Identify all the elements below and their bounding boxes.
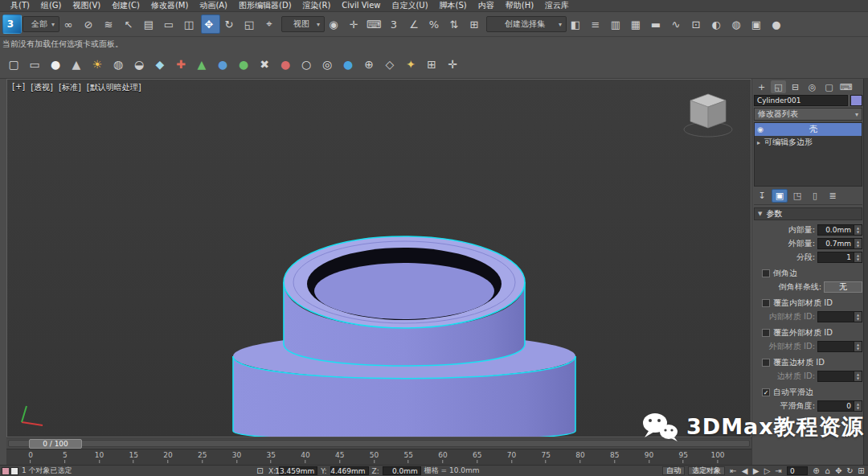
orbit-icon[interactable]: ↻ [845,466,855,476]
menu-item[interactable]: 创建(C) [106,0,145,11]
angle-snap-icon[interactable]: ∠ [406,14,425,34]
align-icon[interactable]: ≡ [588,14,607,34]
inner-mat-id-spinner[interactable]: ▲▼ [854,311,862,322]
outer-amount-spinner[interactable]: ▲▼ [854,238,862,249]
tab-modify[interactable]: ◱ [771,80,786,93]
star-icon[interactable]: ✦ [402,55,420,73]
modifier-list-dropdown[interactable]: 修改器列表 ▾ [754,108,862,121]
teapot-icon[interactable]: ◒ [130,55,148,73]
sun-icon[interactable]: ☀ [88,55,106,73]
percent-snap-icon[interactable]: % [426,14,445,34]
bevel-edges-checkbox[interactable] [762,269,770,277]
tab-utilities[interactable]: ⌨ [838,80,854,93]
select-by-name-icon[interactable]: ▤ [141,14,160,34]
time-slider-track[interactable]: 0 / 100 [6,437,751,449]
menu-item[interactable]: 具(T) [5,0,35,11]
select-and-link-icon[interactable]: ∞ [60,14,80,34]
hammer-icon[interactable]: ✚ [172,55,190,73]
sphere-green-icon[interactable]: ● [235,55,252,73]
override-inner-mat-checkbox[interactable] [762,299,770,307]
parameters-rollout-header[interactable]: ▼ 参数 [754,207,862,220]
menu-item[interactable]: 视图(V) [67,0,106,11]
target-icon[interactable]: ◎ [318,55,336,73]
selected-filter-dropdown[interactable]: 选定对象 [688,466,725,475]
visibility-eye-icon[interactable]: ◉ [757,125,764,133]
expand-arrow-icon[interactable]: ▸ [757,139,760,146]
edge-mat-id-spinner[interactable]: ▲▼ [854,371,862,382]
tab-hierarchy[interactable]: ⊟ [788,80,803,93]
plus-box-icon[interactable]: ⊞ [423,55,440,73]
menu-item[interactable]: 脚本(S) [434,0,473,11]
keyboard-override-icon[interactable]: ⌨ [366,14,385,34]
unlink-selection-icon[interactable]: ⊘ [80,14,100,34]
schematic-view-icon[interactable]: ⊡ [688,14,707,34]
segments-spinner[interactable]: ▲▼ [854,252,862,263]
inner-mat-id-field[interactable] [817,311,854,322]
layer-explorer-icon[interactable]: ▦ [628,14,647,34]
viewcube-widget[interactable] [682,89,735,139]
override-edge-mat-checkbox[interactable] [762,359,770,367]
maximize-viewport-icon[interactable]: ⊞ [856,466,866,476]
selection-filter-dropdown[interactable]: 全部 [23,16,59,32]
menu-item[interactable]: 组(G) [35,0,68,11]
go-to-start-icon[interactable]: ⇤ [728,466,739,476]
geosphere-icon[interactable]: ◍ [109,55,127,73]
maxscript-mini-listener[interactable] [2,467,18,475]
play-icon[interactable]: ▶ [751,466,761,476]
rendered-frame-icon[interactable]: ▣ [748,14,768,34]
tab-motion[interactable]: ◎ [805,80,820,93]
edge-mat-id-field[interactable] [817,371,854,382]
curve-editor-icon[interactable]: ∿ [668,14,687,34]
box-icon[interactable]: ▢ [5,55,23,73]
bind-to-spacewarp-icon[interactable]: ≋ [100,14,120,34]
selection-lock-icon[interactable]: ⊡ [255,466,265,476]
diamond-icon[interactable]: ◆ [151,55,169,73]
window-crossing-icon[interactable]: ◫ [181,14,200,34]
perspective-viewport[interactable]: [+][透视][标准][默认明暗处理] [6,79,751,437]
menu-item[interactable]: 内容 [473,0,500,11]
modifier-stack-item-editable-poly[interactable]: ▸ 可编辑多边形 [755,136,862,149]
rectangular-selection-icon[interactable]: ▭ [161,14,180,34]
auto-smooth-checkbox[interactable] [762,388,770,396]
menu-item[interactable]: 帮助(H) [500,0,539,11]
tree-icon[interactable]: ▲ [193,55,211,73]
zoom-extents-icon[interactable]: ⌂ [822,466,833,476]
cross-icon[interactable]: ✖ [256,55,273,73]
grid-sphere-icon[interactable]: ⊕ [360,55,378,73]
chamfer-icon[interactable]: ◇ [381,55,399,73]
edit-named-selections-icon[interactable]: ⊞ [466,14,485,34]
smooth-angle-spinner[interactable]: ▲▼ [854,400,862,412]
tab-create[interactable]: + [754,80,769,93]
inner-amount-field[interactable]: 0.0mm [817,224,854,236]
viewport-label-item[interactable]: [+] [12,82,25,93]
tab-display[interactable]: ▢ [821,80,837,93]
time-slider-rail[interactable] [8,440,750,447]
mirror-icon[interactable]: ◧ [567,14,587,34]
app-logo[interactable]: 3 [2,14,22,34]
named-selection-dropdown[interactable]: 创建选择集 [486,16,567,32]
menu-item[interactable]: 动画(A) [194,0,233,11]
previous-frame-icon[interactable]: ◀ [739,466,750,476]
cone-icon[interactable]: ▲ [68,55,85,73]
pan-icon[interactable]: ✥ [833,466,844,476]
menu-item[interactable]: 自定义(U) [386,0,433,11]
menu-item[interactable]: 修改器(M) [145,0,194,11]
go-to-end-icon[interactable]: ⇥ [773,466,784,476]
segments-field[interactable]: 1 [817,252,854,263]
outer-mat-id-spinner[interactable]: ▲▼ [854,341,862,352]
menu-item[interactable]: Civil View [336,0,386,11]
outer-mat-id-field[interactable] [817,341,854,352]
spinner-snap-icon[interactable]: ⇅ [446,14,465,34]
z-coordinate-field[interactable]: 0.0mm [383,466,421,475]
outer-amount-field[interactable]: 0.7mm [817,238,854,249]
current-frame-field[interactable]: 0 [787,466,808,475]
viewport-label-item[interactable]: [透视] [31,82,53,93]
menu-item[interactable]: 渲染(R) [297,0,337,11]
ribbon-toggle-icon[interactable]: ▬ [648,14,667,34]
sphere-darkblue-icon[interactable]: ● [339,55,357,73]
sphere-icon[interactable]: ● [47,55,64,73]
use-pivot-center-icon[interactable]: ◉ [326,14,345,34]
menu-item[interactable]: 渲云库 [539,0,575,11]
y-coordinate-field[interactable]: 4.469mm [330,466,369,475]
time-slider-handle[interactable]: 0 / 100 [29,439,82,449]
